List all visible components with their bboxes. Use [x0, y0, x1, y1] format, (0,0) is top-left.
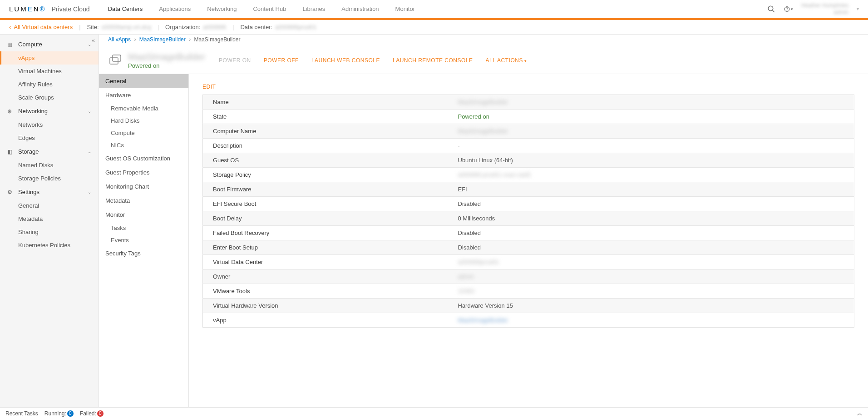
- subnav-monitor[interactable]: Monitor: [99, 208, 188, 222]
- prop-value: 0 Milliseconds: [448, 211, 854, 226]
- prop-key: VMware Tools: [203, 284, 448, 299]
- expand-tasks-icon[interactable]: ︽: [857, 409, 863, 417]
- chevron-down-icon: ⌄: [88, 149, 91, 154]
- org-value: a000686: [203, 24, 226, 30]
- tab-administration[interactable]: Administration: [341, 0, 379, 17]
- nav-item-edges[interactable]: Edges: [0, 131, 99, 145]
- prop-key: State: [203, 110, 448, 124]
- tab-libraries[interactable]: Libraries: [302, 0, 325, 17]
- org-label: Organization:: [165, 24, 200, 30]
- prop-key: vApp: [203, 313, 448, 328]
- svg-point-3: [787, 10, 787, 10]
- table-row: Guest OSUbuntu Linux (64-bit): [203, 153, 854, 168]
- dc-label: Data center:: [240, 24, 272, 30]
- nav-group-settings[interactable]: ⚙ Settings ⌄: [0, 185, 99, 199]
- context-bar: ‹ All Virtual data centers | Site: s0000…: [0, 20, 868, 35]
- prop-value: a000686prod01: [448, 255, 854, 269]
- prop-key: Failed Boot Recovery: [203, 226, 448, 240]
- prop-key: Name: [203, 95, 448, 110]
- subnav-removable-media[interactable]: Removable Media: [99, 102, 188, 115]
- prop-value: Ubuntu Linux (64-bit): [448, 153, 854, 168]
- grid-icon: ▦: [7, 41, 15, 48]
- nav-item-general[interactable]: General: [0, 199, 99, 212]
- site-value: s0000llamp.vrt.dcq: [102, 24, 151, 30]
- failed-count-badge[interactable]: 0: [97, 410, 104, 417]
- nav-item-vapps[interactable]: vApps: [0, 51, 99, 65]
- prop-value: Powered on: [448, 110, 854, 124]
- collapse-sidebar-icon[interactable]: «: [92, 37, 95, 44]
- vm-title: MaaSImageBuilder: [128, 52, 205, 62]
- subnav-metadata[interactable]: Metadata: [99, 194, 188, 208]
- prop-value: -: [448, 139, 854, 153]
- running-count-badge[interactable]: 0: [67, 410, 74, 417]
- nav-item-affinity-rules[interactable]: Affinity Rules: [0, 78, 99, 91]
- prop-value: MaaSImageBuilder: [448, 95, 854, 110]
- search-icon[interactable]: [767, 5, 776, 14]
- vm-icon: [108, 53, 123, 68]
- prop-value: Disabled: [448, 197, 854, 211]
- nav-item-storage-policies[interactable]: Storage Policies: [0, 172, 99, 185]
- subnav-compute[interactable]: Compute: [99, 127, 188, 139]
- disk-icon: ◧: [7, 149, 15, 155]
- tab-monitor[interactable]: Monitor: [395, 0, 415, 17]
- nav-group-networking[interactable]: ⊕ Networking ⌄: [0, 104, 99, 118]
- subnav-guest-properties[interactable]: Guest Properties: [99, 165, 188, 180]
- nav-group-compute[interactable]: ▦ Compute ⌄: [0, 37, 99, 51]
- prop-key: Boot Delay: [203, 211, 448, 226]
- nav-item-metadata[interactable]: Metadata: [0, 212, 99, 225]
- recent-tasks-label[interactable]: Recent Tasks: [5, 410, 38, 417]
- nav-item-sharing[interactable]: Sharing: [0, 225, 99, 239]
- action-power-off[interactable]: POWER OFF: [264, 57, 299, 64]
- nav-item-networks[interactable]: Networks: [0, 118, 99, 131]
- subnav-nics[interactable]: NICs: [99, 139, 188, 151]
- chevron-down-icon: ⌄: [88, 190, 91, 195]
- prop-key: Computer Name: [203, 124, 448, 139]
- subnav-monitoring-chart[interactable]: Monitoring Chart: [99, 180, 188, 194]
- edit-button[interactable]: EDIT: [202, 84, 216, 90]
- user-menu[interactable]: Heather Humphries admin: [801, 2, 848, 15]
- tab-content-hub[interactable]: Content Hub: [253, 0, 286, 17]
- tab-data-centers[interactable]: Data Centers: [108, 0, 143, 17]
- nav-item-scale-groups[interactable]: Scale Groups: [0, 91, 99, 104]
- action-launch-web-console[interactable]: LAUNCH WEB CONSOLE: [311, 57, 380, 64]
- tab-applications[interactable]: Applications: [159, 0, 191, 17]
- prop-value: MaaSImageBuilder: [448, 313, 854, 328]
- top-tabs: Data Centers Applications Networking Con…: [108, 0, 415, 17]
- nav-item-named-disks[interactable]: Named Disks: [0, 159, 99, 172]
- subnav-general[interactable]: General: [99, 74, 188, 88]
- subnav-security-tags[interactable]: Security Tags: [99, 246, 188, 260]
- action-launch-remote-console[interactable]: LAUNCH REMOTE CONSOLE: [393, 57, 473, 64]
- svg-rect-5: [113, 55, 121, 61]
- svg-rect-4: [110, 58, 118, 64]
- help-icon[interactable]: ▾: [784, 5, 793, 14]
- network-icon: ⊕: [7, 108, 15, 115]
- sidebar: « ▦ Compute ⌄ vApps Virtual Machines Aff…: [0, 35, 99, 407]
- tab-networking[interactable]: Networking: [207, 0, 237, 17]
- subnav-guest-os-customization[interactable]: Guest OS Customization: [99, 151, 188, 165]
- nav-group-storage[interactable]: ◧ Storage ⌄: [0, 145, 99, 159]
- top-right: ▾ Heather Humphries admin ▾: [767, 2, 859, 15]
- action-all-actions[interactable]: ALL ACTIONS▾: [486, 57, 527, 64]
- nav-item-virtual-machines[interactable]: Virtual Machines: [0, 65, 99, 78]
- subnav-tasks[interactable]: Tasks: [99, 222, 188, 234]
- back-all-vdcs[interactable]: ‹ All Virtual data centers: [9, 24, 73, 30]
- subnav-events[interactable]: Events: [99, 234, 188, 246]
- detail-panel: EDIT NameMaaSImageBuilderStatePowered on…: [189, 74, 868, 407]
- prop-value: 10363: [448, 284, 854, 299]
- failed-label: Failed:: [80, 410, 96, 417]
- nav-item-kubernetes-policies[interactable]: Kubernetes Policies: [0, 239, 99, 252]
- svg-line-1: [772, 10, 774, 12]
- product-name: Private Cloud: [52, 5, 90, 13]
- table-row: Virtual Hardware VersionHardware Version…: [203, 299, 854, 313]
- gear-icon: ⚙: [7, 189, 15, 195]
- subnav-hardware[interactable]: Hardware: [99, 88, 188, 102]
- action-power-on: POWER ON: [219, 57, 251, 64]
- running-label: Running:: [44, 410, 66, 417]
- subnav-hard-disks[interactable]: Hard Disks: [99, 115, 188, 127]
- breadcrumb-all-vapps[interactable]: All vApps: [108, 36, 131, 43]
- table-row: VMware Tools10363: [203, 284, 854, 299]
- breadcrumb-vapp[interactable]: MaaSImageBuilder: [139, 36, 186, 43]
- table-row: Boot Delay0 Milliseconds: [203, 211, 854, 226]
- prop-value: MaaSImageBuilder: [448, 124, 854, 139]
- prop-key: EFI Secure Boot: [203, 197, 448, 211]
